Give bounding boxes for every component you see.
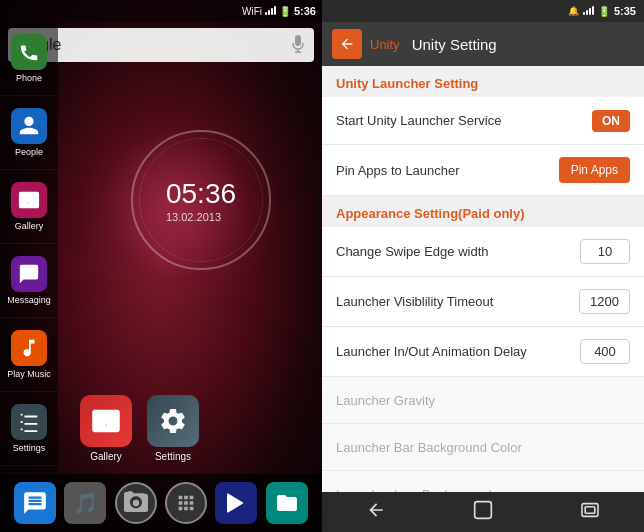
wifi-icon: WiFi <box>242 6 262 17</box>
dock-item-messaging[interactable]: Messaging <box>0 244 58 318</box>
nav-home-button[interactable] <box>453 492 513 533</box>
app-header-back-label: Unity <box>370 37 400 52</box>
talk-icon[interactable] <box>14 482 56 524</box>
settings-dock-icon <box>11 404 47 440</box>
animation-delay-value[interactable]: 400 <box>580 339 630 364</box>
left-panel: WiFi 🔋 5:36 gle <box>0 0 322 532</box>
settings-item-bar-background: Launcher Bar Background Color <box>322 424 644 471</box>
section-launcher-header: Unity Launcher Setting <box>322 66 644 97</box>
settings-item-icon-background: Launcher Icon Background <box>322 471 644 492</box>
right-panel: 🔔 🔋 5:35 Unity Unity Setting Unity Launc… <box>322 0 644 532</box>
dock-item-gallery[interactable]: Gallery <box>0 170 58 244</box>
desktop-icon-settings-label: Settings <box>155 451 191 462</box>
clock-ring: 05:36 13.02.2013 <box>131 130 271 270</box>
playmusic-icon <box>11 330 47 366</box>
pin-apps-button[interactable]: Pin Apps <box>559 157 630 183</box>
bottom-taskbar: 🎵 <box>0 474 322 532</box>
bar-background-label: Launcher Bar Background Color <box>336 440 522 455</box>
settings-item-gravity: Launcher Gravity <box>322 377 644 424</box>
settings-item-visibility-timeout: Launcher Visiblility Timeout 1200 <box>322 277 644 327</box>
side-dock: Phone People Gallery Messaging Play Musi… <box>0 22 58 472</box>
settings-item-swipe-edge: Change Swipe Edge width 10 <box>322 227 644 277</box>
back-button[interactable] <box>332 29 362 59</box>
clock-time: 05:36 <box>166 177 236 211</box>
file-manager-icon[interactable] <box>266 482 308 524</box>
dock-item-settings[interactable]: Settings <box>0 392 58 466</box>
svg-rect-0 <box>295 35 301 46</box>
dock-label-playmusic: Play Music <box>7 369 51 379</box>
signal-icon <box>265 5 276 17</box>
desktop-icons: Gallery Settings <box>80 395 312 462</box>
dock-label-gallery: Gallery <box>15 221 44 231</box>
status-icons-right: 🔔 🔋 5:35 <box>568 5 636 17</box>
dock-item-people[interactable]: People <box>0 96 58 170</box>
app-header-title: Unity Setting <box>412 36 497 53</box>
settings-item-pin-apps: Pin Apps to Launcher Pin Apps <box>322 145 644 196</box>
dock-item-phone[interactable]: Phone <box>0 22 58 96</box>
time-right: 5:35 <box>614 5 636 17</box>
gallery-dock-icon <box>11 182 47 218</box>
settings-desktop-icon <box>147 395 199 447</box>
animation-delay-label: Launcher In/Out Animation Delay <box>336 344 580 359</box>
swipe-edge-label: Change Swipe Edge width <box>336 244 580 259</box>
settings-item-start-service: Start Unity Launcher Service ON <box>322 97 644 145</box>
play-store-icon[interactable] <box>215 482 257 524</box>
people-icon <box>11 108 47 144</box>
clock-area: 05:36 13.02.2013 <box>80 130 322 270</box>
visibility-timeout-label: Launcher Visiblility Timeout <box>336 294 579 309</box>
pin-apps-label: Pin Apps to Launcher <box>336 163 559 178</box>
svg-rect-5 <box>586 506 596 512</box>
battery-icon: 🔋 <box>279 6 291 17</box>
gravity-label: Launcher Gravity <box>336 393 435 408</box>
camera-icon[interactable] <box>115 482 157 524</box>
desktop-icon-gallery[interactable]: Gallery <box>80 395 132 462</box>
nav-recent-button[interactable] <box>560 494 620 531</box>
messaging-icon <box>11 256 47 292</box>
mic-icon[interactable] <box>290 35 306 55</box>
time-left: 5:36 <box>294 5 316 17</box>
dock-label-phone: Phone <box>16 73 42 83</box>
wifi-icon-right <box>583 5 594 17</box>
bell-icon: 🔔 <box>568 6 579 16</box>
gallery-desktop-icon <box>80 395 132 447</box>
dock-label-messaging: Messaging <box>7 295 51 305</box>
dock-item-playmusic[interactable]: Play Music <box>0 318 58 392</box>
settings-content: Unity Launcher Setting Start Unity Launc… <box>322 66 644 492</box>
app-header: Unity Unity Setting <box>322 22 644 66</box>
music-taskbar-icon[interactable]: 🎵 <box>64 482 106 524</box>
status-icons-left: WiFi 🔋 5:36 <box>242 5 316 17</box>
section-appearance-header: Appearance Setting(Paid only) <box>322 196 644 227</box>
start-service-label: Start Unity Launcher Service <box>336 113 592 128</box>
nav-back-button[interactable] <box>346 492 406 533</box>
search-text: gle <box>40 36 290 54</box>
swipe-edge-value[interactable]: 10 <box>580 239 630 264</box>
phone-icon <box>11 34 47 70</box>
battery-icon-right: 🔋 <box>598 6 610 17</box>
status-bar-right: 🔔 🔋 5:35 <box>322 0 644 22</box>
clock-date: 13.02.2013 <box>166 211 236 223</box>
desktop-icon-gallery-label: Gallery <box>90 451 122 462</box>
settings-item-animation-delay: Launcher In/Out Animation Delay 400 <box>322 327 644 377</box>
nav-bar-right <box>322 492 644 532</box>
svg-rect-3 <box>475 501 492 518</box>
toggle-on-button[interactable]: ON <box>592 110 630 132</box>
status-bar-left: WiFi 🔋 5:36 <box>0 0 322 22</box>
dock-label-people: People <box>15 147 43 157</box>
apps-icon[interactable] <box>165 482 207 524</box>
visibility-timeout-value[interactable]: 1200 <box>579 289 630 314</box>
dock-label-settings: Settings <box>13 443 46 453</box>
desktop-icon-settings[interactable]: Settings <box>147 395 199 462</box>
